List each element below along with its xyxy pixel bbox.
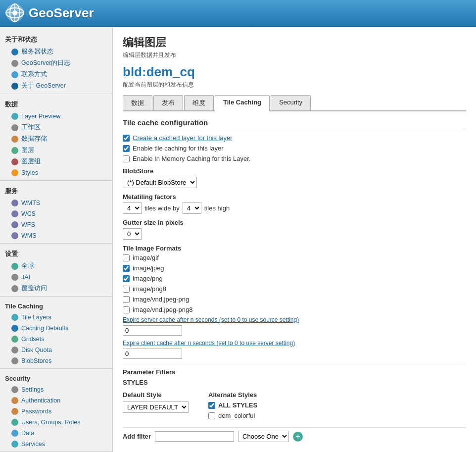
- sidebar-item-layer-preview[interactable]: Layer Preview: [0, 111, 112, 122]
- all-styles-label[interactable]: ALL STYLES: [218, 402, 257, 409]
- sidebar-item-layergroups[interactable]: 图层组: [0, 156, 112, 167]
- sidebar-item-gridsets[interactable]: Gridsets: [0, 334, 112, 345]
- tilelayers-icon: [11, 313, 19, 321]
- users-icon: [11, 418, 19, 426]
- format-checkbox-1[interactable]: [123, 265, 130, 272]
- sidebar-item-security-services[interactable]: Services: [0, 439, 112, 450]
- sidebar-item-layers[interactable]: 图层: [0, 145, 112, 156]
- format-label-1[interactable]: image/jpeg: [133, 264, 164, 272]
- sidebar-item-styles[interactable]: Styles: [0, 167, 112, 178]
- sidebar-item-users-groups-roles[interactable]: Users, Groups, Roles: [0, 417, 112, 428]
- sidebar-item-tile-layers[interactable]: Tile Layers: [0, 312, 112, 323]
- format-row-1: image/jpeg: [123, 264, 466, 272]
- default-style-col-title: Default Style: [123, 391, 189, 399]
- enable-tile-caching-label[interactable]: Enable tile caching for this layer: [133, 145, 224, 152]
- in-memory-row: Enable In Memory Caching for this Layer.: [123, 155, 466, 162]
- gutter-select[interactable]: 0: [123, 228, 142, 240]
- sidebar-section-about: 关于和状态: [0, 31, 112, 46]
- format-row-0: image/gif: [123, 254, 466, 261]
- add-filter-button[interactable]: +: [293, 432, 303, 442]
- sidebar-item-coverage[interactable]: 覆盖访问: [0, 283, 112, 294]
- expire-server-input[interactable]: [123, 325, 182, 336]
- layer-name: bld:dem_cq: [123, 64, 466, 80]
- tab-security[interactable]: Security: [271, 95, 311, 110]
- sidebar-item-workspace[interactable]: 工作区: [0, 122, 112, 133]
- sidebar-item-wmts[interactable]: WMTS: [0, 198, 112, 208]
- jai-icon: [11, 273, 19, 281]
- sidebar-item-logs[interactable]: GeoServer的日志: [0, 57, 112, 69]
- format-label-5[interactable]: image/vnd.jpeg-png8: [133, 306, 192, 313]
- gutter-label: Gutter size in pixels: [123, 219, 466, 226]
- sidebar-item-jai[interactable]: JAI: [0, 272, 112, 283]
- sidebar-item-wms[interactable]: WMS: [0, 230, 112, 241]
- sidebar-item-disk-quota[interactable]: Disk Quota: [0, 345, 112, 355]
- format-label-0[interactable]: image/gif: [133, 254, 159, 261]
- expire-server-label[interactable]: Expire server cache after n seconds (set…: [123, 316, 466, 323]
- coverage-icon: [11, 285, 19, 293]
- sidebar-item-global[interactable]: 全球: [0, 260, 112, 272]
- page-title: 编辑图层: [123, 35, 466, 50]
- sidebar: 关于和状态 服务器状态 GeoServer的日志 联系方式 关于 GeoServ…: [0, 27, 113, 452]
- sidebar-item-wfs[interactable]: WFS: [0, 219, 112, 230]
- sidebar-item-caching-defaults[interactable]: Caching Defaults: [0, 323, 112, 334]
- sidebar-item-authentication[interactable]: Authentication: [0, 395, 112, 406]
- styles-icon: [11, 169, 19, 177]
- styles-section: Default Style LAYER DEFAULT Alternate St…: [123, 391, 466, 422]
- expire-client-label[interactable]: Expire client cache after n seconds (set…: [123, 340, 466, 347]
- sidebar-item-about[interactable]: 关于 GeoServer: [0, 80, 112, 92]
- add-filter-label: Add filter: [123, 433, 151, 440]
- sidebar-item-passwords[interactable]: Passwords: [0, 406, 112, 417]
- in-memory-caching-checkbox[interactable]: [123, 155, 130, 162]
- sidebar-section-security: Security: [0, 371, 112, 384]
- tab-data[interactable]: 数据: [123, 95, 152, 110]
- sidebar-item-contact[interactable]: 联系方式: [0, 69, 112, 80]
- sidebar-item-security-data[interactable]: Data: [0, 428, 112, 439]
- format-row-4: image/vnd.jpeg-png: [123, 296, 466, 303]
- format-checkbox-4[interactable]: [123, 296, 130, 303]
- tab-bar: 数据 发布 维度 Tile Caching Security: [123, 95, 466, 111]
- choose-one-select[interactable]: Choose One: [238, 431, 289, 442]
- tab-dimensions[interactable]: 维度: [184, 95, 214, 110]
- blobstore-select[interactable]: (*) Default BlobStore: [123, 177, 197, 188]
- format-checkbox-3[interactable]: [123, 286, 130, 293]
- format-checkbox-0[interactable]: [123, 254, 130, 261]
- metatiling-label: Metatiling factors: [123, 193, 466, 201]
- page-subtitle: 编辑层数据并且发布: [123, 51, 466, 59]
- format-label-4[interactable]: image/vnd.jpeg-png: [133, 296, 189, 303]
- sidebar-section-data: 数据: [0, 96, 112, 111]
- metatiling-high-select[interactable]: 4: [183, 202, 201, 214]
- tab-tile-caching[interactable]: Tile Caching: [215, 95, 270, 111]
- enable-tile-caching-checkbox[interactable]: [123, 145, 130, 152]
- all-styles-checkbox[interactable]: [208, 402, 215, 409]
- in-memory-caching-label[interactable]: Enable In Memory Caching for this Layer.: [133, 155, 250, 162]
- format-checkbox-5[interactable]: [123, 306, 130, 313]
- create-cached-layer-label[interactable]: Create a cached layer for this layer: [133, 134, 233, 142]
- settings-icon: [11, 386, 19, 394]
- default-style-col: Default Style LAYER DEFAULT: [123, 391, 189, 422]
- format-label-3[interactable]: image/png8: [133, 285, 166, 293]
- sidebar-item-datastore[interactable]: 数据存储: [0, 133, 112, 145]
- sidebar-item-blobstores[interactable]: BlobStores: [0, 355, 112, 366]
- header: GeoServer: [0, 0, 476, 27]
- sidebar-item-server-status[interactable]: 服务器状态: [0, 46, 112, 57]
- format-checkbox-2[interactable]: [123, 275, 130, 282]
- log-icon: [11, 59, 19, 67]
- blobstore-label: BlobStore: [123, 167, 466, 175]
- create-cached-layer-checkbox[interactable]: [123, 135, 130, 142]
- contact-icon: [11, 71, 19, 79]
- default-style-select[interactable]: LAYER DEFAULT: [123, 402, 189, 413]
- param-filters-title: Parameter Filters: [123, 364, 466, 376]
- layer-desc: 配置当前图层的和发布信息: [123, 81, 466, 89]
- add-filter-input[interactable]: [155, 431, 234, 442]
- tab-publish[interactable]: 发布: [153, 95, 183, 110]
- metatiling-wide-select[interactable]: 4: [123, 202, 142, 214]
- format-label-2[interactable]: image/png: [133, 275, 163, 282]
- passwords-icon: [11, 407, 19, 415]
- sidebar-item-security-settings[interactable]: Settings: [0, 384, 112, 395]
- dem-colorful-label[interactable]: dem_colorful: [218, 412, 255, 419]
- sidebar-item-wcs[interactable]: WCS: [0, 208, 112, 219]
- dem-colorful-checkbox[interactable]: [208, 412, 215, 419]
- about-icon: [11, 82, 19, 90]
- expire-client-input[interactable]: [123, 349, 182, 359]
- app-logo-text: GeoServer: [29, 5, 94, 21]
